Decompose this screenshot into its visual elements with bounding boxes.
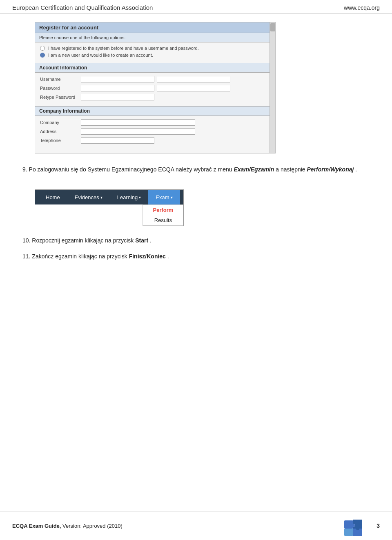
para11-end: . [167, 253, 169, 260]
nav-learning-label: Learning [117, 194, 138, 200]
company-label: Company [40, 120, 81, 125]
footer-left: ECQA Exam Guide, Version: Approved (2010… [12, 523, 122, 529]
exam-arrow-icon: ▾ [171, 195, 173, 200]
para9-number: 9. [22, 166, 27, 173]
username-input[interactable] [81, 76, 154, 82]
password-input-2[interactable] [157, 85, 230, 91]
svg-rect-1 [344, 529, 353, 536]
retype-password-label: Retype Password [40, 95, 81, 100]
para9-bold2: Perform/Wykonaj [307, 166, 354, 173]
form-instruction: Please choose one of the following optio… [35, 33, 275, 42]
para11-text: Zakończ egzamin klikając na przycisk [32, 253, 129, 260]
radio-option-1[interactable] [40, 46, 45, 51]
page-footer: ECQA Exam Guide, Version: Approved (2010… [0, 511, 392, 540]
form-title: Register for an account [35, 22, 275, 33]
account-section-label: Account Information [35, 63, 275, 73]
option-1-row: I have registered to the system before a… [40, 46, 270, 51]
nav-evidences[interactable]: Evidences ▾ [67, 190, 110, 204]
para9-text: Po zalogowaniu się do Systemu Egzaminacy… [29, 166, 234, 173]
address-row: Address [40, 128, 270, 135]
para11-bold: Finisz/Koniec [129, 253, 166, 260]
nav-learning[interactable]: Learning ▾ [110, 190, 149, 204]
dropdown-results[interactable]: Results [143, 215, 184, 225]
address-input[interactable] [81, 128, 195, 135]
paragraph-11: 11. Zakończ egzamin klikając na przycisk… [22, 252, 370, 261]
password-input[interactable] [81, 85, 154, 91]
evidences-arrow-icon: ▾ [100, 195, 102, 200]
para10-text: Rozpocznij egzamin klikając na przycisk [32, 237, 135, 244]
username-row: Username [40, 76, 270, 82]
page-content: Register for an account Please choose on… [0, 14, 392, 300]
website-url: www.ecqa.org [344, 4, 380, 11]
organization-title: European Certification and Qualification… [12, 4, 153, 11]
nav-home[interactable]: Home [38, 190, 67, 204]
nav-exam[interactable]: Exam ▾ [148, 190, 180, 204]
exam-dropdown: Perform Results [143, 204, 183, 226]
navbar-screenshot: Home Evidences ▾ Learning ▾ Exam ▾ Perfo… [35, 189, 184, 226]
telephone-input[interactable] [81, 137, 154, 144]
username-label: Username [40, 77, 81, 82]
form-options: I have registered to the system before a… [35, 42, 275, 63]
puzzle-icon [343, 516, 370, 536]
option-1-label: I have registered to the system before a… [48, 46, 199, 51]
footer-right-area: 3 [343, 516, 380, 536]
para9-end: . [355, 166, 357, 173]
svg-point-2 [352, 524, 355, 527]
page-header: European Certification and Qualification… [0, 0, 392, 14]
nav-home-label: Home [46, 194, 60, 200]
company-section-label: Company Information [35, 106, 275, 116]
svg-point-3 [356, 527, 359, 530]
paragraph-9: 9. Po zalogowaniu się do Systemu Egzamin… [22, 165, 370, 174]
option-2-row: I am a new user and would like to create… [40, 53, 270, 58]
page-number: 3 [376, 522, 380, 529]
retype-password-input[interactable] [81, 94, 154, 100]
para9-bold1: Exam/Egzamin [234, 166, 274, 173]
para10-bold: Start [135, 237, 148, 244]
company-fields: Company Address Telephone [35, 116, 275, 149]
para11-number: 11. [22, 253, 32, 260]
radio-option-2[interactable] [40, 53, 45, 58]
nav-bar: Home Evidences ▾ Learning ▾ Exam ▾ [35, 190, 183, 204]
learning-arrow-icon: ▾ [139, 195, 141, 200]
account-fields: Username Password Retype Password [35, 73, 275, 106]
telephone-label: Telephone [40, 138, 81, 143]
dropdown-wrapper: Perform Results [35, 204, 183, 226]
para10-end: . [150, 237, 151, 244]
para10-number: 10. [22, 237, 32, 244]
password-label: Password [40, 86, 81, 91]
dropdown-perform[interactable]: Perform [143, 205, 184, 215]
scrollbar[interactable] [270, 22, 275, 153]
company-row: Company [40, 119, 270, 126]
nav-evidences-label: Evidences [75, 194, 99, 200]
company-input[interactable] [81, 119, 195, 126]
telephone-row: Telephone [40, 137, 270, 144]
address-label: Address [40, 129, 81, 134]
footer-guide-name: ECQA Exam Guide, [12, 523, 61, 529]
paragraph-10: 10. Rozpocznij egzamin klikając na przyc… [22, 236, 370, 245]
footer-version: Version: Approved (2010) [62, 523, 122, 529]
registration-form-screenshot: Register for an account Please choose on… [35, 22, 276, 153]
nav-exam-label: Exam [156, 194, 169, 200]
option-2-label: I am a new user and would like to create… [48, 53, 153, 58]
retype-password-row: Retype Password [40, 94, 270, 100]
para9-mid: a następnie [276, 166, 307, 173]
password-row: Password [40, 85, 270, 91]
username-input-2[interactable] [157, 76, 230, 82]
